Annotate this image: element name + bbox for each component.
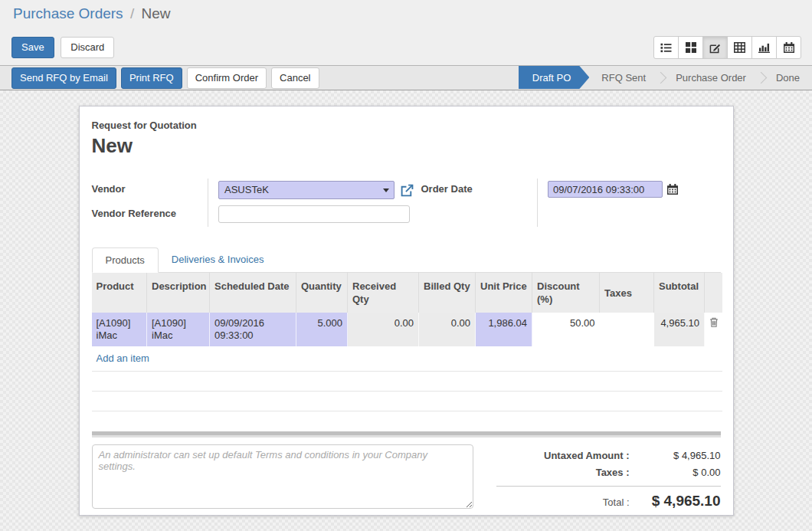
graph-view-icon bbox=[758, 42, 770, 53]
order-lines-table: Product Description Scheduled Date Quant… bbox=[92, 273, 722, 431]
pivot-view-button[interactable] bbox=[727, 36, 752, 59]
save-button[interactable]: Save bbox=[11, 37, 54, 58]
sheet-subtitle: Request for Quotation bbox=[92, 120, 721, 131]
page-title: New bbox=[92, 134, 721, 158]
vendor-label: Vendor bbox=[92, 179, 208, 203]
empty-row bbox=[92, 372, 722, 392]
top-bar: Purchase Orders / New Save Discard bbox=[0, 0, 812, 66]
discard-button[interactable]: Discard bbox=[61, 37, 114, 58]
table-row[interactable]: [A1090] iMac [A1090] iMac 09/09/2016 09:… bbox=[92, 313, 722, 346]
column-header-delete bbox=[705, 273, 722, 313]
step-purchase-order[interactable]: Purchase Order bbox=[663, 66, 758, 89]
total-label: Total : bbox=[496, 497, 640, 508]
column-header-product: Product bbox=[92, 273, 147, 313]
status-steps: Draft PO RFQ Sent Purchase Order Done bbox=[519, 66, 812, 89]
table-header-row: Product Description Scheduled Date Quant… bbox=[92, 273, 722, 313]
totals-panel: Untaxed Amount : $ 4,965.10 Taxes : $ 0.… bbox=[496, 444, 721, 515]
form-fields: Vendor ASUSTeK bbox=[92, 179, 721, 227]
kanban-view-icon bbox=[686, 42, 696, 53]
empty-row bbox=[92, 411, 722, 431]
column-header-discount: Discount (%) bbox=[532, 273, 600, 313]
print-rfq-button[interactable]: Print RFQ bbox=[121, 67, 182, 89]
empty-row bbox=[92, 392, 722, 411]
cell-description[interactable]: [A1090] iMac bbox=[147, 313, 210, 346]
breadcrumb-separator: / bbox=[127, 5, 137, 21]
cell-discount[interactable]: 50.00 bbox=[532, 313, 600, 346]
total-value: $ 4,965.10 bbox=[640, 493, 721, 510]
cell-billed-qty: 0.00 bbox=[419, 313, 476, 346]
terms-and-conditions-textarea[interactable] bbox=[92, 444, 473, 509]
column-header-description: Description bbox=[147, 273, 210, 313]
send-rfq-by-email-button[interactable]: Send RFQ by Email bbox=[11, 67, 116, 89]
trash-icon bbox=[709, 318, 719, 329]
untaxed-amount-value: $ 4,965.10 bbox=[640, 450, 721, 461]
column-header-unit-price: Unit Price bbox=[476, 273, 532, 313]
breadcrumb: Purchase Orders / New bbox=[13, 5, 170, 22]
step-draft-po[interactable]: Draft PO bbox=[519, 66, 590, 89]
column-header-scheduled-date: Scheduled Date bbox=[210, 273, 296, 313]
delete-row-button[interactable] bbox=[705, 313, 722, 346]
column-header-subtotal: Subtotal bbox=[654, 273, 705, 313]
list-view-button[interactable] bbox=[653, 36, 679, 59]
notebook-tabs: Products Deliveries & Invoices bbox=[92, 247, 721, 273]
taxes-label: Taxes : bbox=[496, 467, 640, 478]
vendor-select[interactable]: ASUSTeK bbox=[218, 181, 395, 199]
breadcrumb-parent-link[interactable]: Purchase Orders bbox=[13, 5, 123, 21]
cell-product[interactable]: [A1090] iMac bbox=[92, 313, 147, 346]
cell-unit-price[interactable]: 1,986.04 bbox=[476, 313, 532, 346]
list-view-icon bbox=[660, 42, 672, 53]
step-rfq-sent[interactable]: RFQ Sent bbox=[589, 66, 658, 89]
column-header-taxes: Taxes bbox=[600, 273, 654, 313]
form-sheet: Request for Quotation New Vendor ASUSTeK bbox=[79, 106, 734, 516]
form-view-button[interactable] bbox=[702, 36, 728, 59]
content-area: Request for Quotation New Vendor ASUSTeK bbox=[0, 90, 812, 531]
calendar-icon[interactable] bbox=[667, 184, 678, 195]
cancel-button[interactable]: Cancel bbox=[271, 67, 319, 89]
add-item-row: Add an item bbox=[92, 346, 722, 372]
record-actions: Save Discard bbox=[11, 37, 118, 58]
order-date-label: Order Date bbox=[421, 179, 538, 227]
cell-taxes[interactable] bbox=[600, 313, 654, 346]
horizontal-scrollbar[interactable] bbox=[92, 431, 721, 438]
graph-view-button[interactable] bbox=[751, 36, 777, 59]
external-link-icon[interactable] bbox=[401, 184, 414, 197]
tab-products[interactable]: Products bbox=[92, 247, 159, 273]
vendor-reference-label: Vendor Reference bbox=[92, 203, 208, 227]
step-done[interactable]: Done bbox=[764, 66, 812, 89]
confirm-order-button[interactable]: Confirm Order bbox=[187, 67, 267, 89]
untaxed-amount-label: Untaxed Amount : bbox=[496, 450, 640, 461]
cell-quantity[interactable]: 5.000 bbox=[296, 313, 348, 346]
form-view-icon bbox=[709, 42, 721, 54]
vendor-reference-input[interactable] bbox=[218, 205, 410, 223]
breadcrumb-current: New bbox=[141, 5, 170, 21]
column-header-received-qty: Received Qty bbox=[348, 273, 419, 313]
chevron-down-icon bbox=[383, 188, 389, 192]
calendar-view-button[interactable] bbox=[776, 36, 801, 59]
pivot-view-icon bbox=[734, 42, 745, 53]
view-switcher bbox=[653, 36, 801, 59]
cell-received-qty: 0.00 bbox=[348, 313, 419, 346]
status-bar: Send RFQ by Email Print RFQ Confirm Orde… bbox=[0, 66, 812, 90]
column-header-quantity: Quantity bbox=[296, 273, 348, 313]
cell-subtotal: 4,965.10 bbox=[654, 313, 705, 346]
kanban-view-button[interactable] bbox=[678, 36, 703, 59]
totals-separator bbox=[496, 486, 721, 487]
vendor-select-value: ASUSTeK bbox=[224, 184, 269, 195]
tab-deliveries-invoices[interactable]: Deliveries & Invoices bbox=[159, 247, 277, 272]
add-an-item-link[interactable]: Add an item bbox=[97, 352, 149, 364]
cell-scheduled-date[interactable]: 09/09/2016 09:33:00 bbox=[210, 313, 296, 346]
column-header-billed-qty: Billed Qty bbox=[419, 273, 476, 313]
order-date-input[interactable] bbox=[548, 181, 663, 198]
calendar-view-icon bbox=[784, 42, 794, 53]
taxes-value: $ 0.00 bbox=[640, 467, 721, 478]
